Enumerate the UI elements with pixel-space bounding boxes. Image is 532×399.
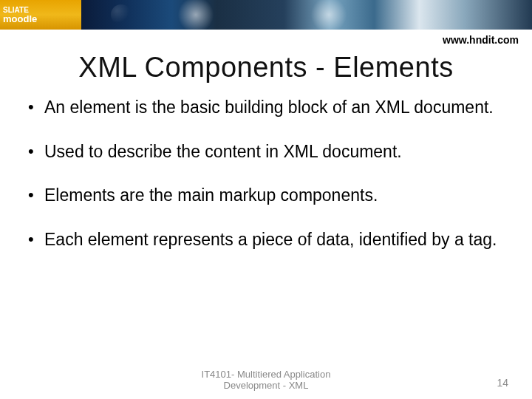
footer-course-line2: Development - XML: [0, 380, 532, 392]
slide: SLIATE moodle www.hndit.com XML Componen…: [0, 0, 532, 399]
bullet-list: An element is the basic building block o…: [28, 95, 510, 253]
footer-course-line1: IT4101- Multitiered Application: [0, 369, 532, 381]
banner-logo-text: SLIATE moodle: [3, 7, 37, 24]
banner-logo-line1: SLIATE: [3, 7, 37, 14]
banner-globe-icon: [111, 4, 132, 25]
header-url: www.hndit.com: [443, 34, 519, 46]
banner-logo-line2: moodle: [3, 14, 37, 24]
footer-course: IT4101- Multitiered Application Developm…: [0, 369, 532, 392]
slide-content: An element is the basic building block o…: [28, 95, 510, 271]
slide-title: XML Components - Elements: [0, 52, 532, 83]
banner-collage: [81, 0, 532, 30]
bullet-item: Each element represents a piece of data,…: [28, 227, 510, 253]
banner-logo-block: SLIATE moodle: [0, 0, 81, 30]
top-banner: SLIATE moodle: [0, 0, 532, 30]
bullet-item: Used to describe the content in XML docu…: [28, 139, 510, 166]
bullet-item: An element is the basic building block o…: [28, 95, 510, 121]
bullet-item: Elements are the main markup components.: [28, 183, 510, 209]
footer-page-number: 14: [497, 377, 508, 389]
